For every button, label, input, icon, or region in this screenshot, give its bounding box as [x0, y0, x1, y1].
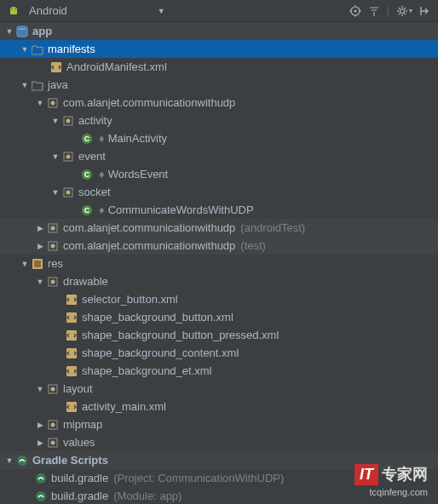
tree-node-communicate[interactable]: ♦ CommunicateWordsWithUDP [0, 201, 438, 219]
node-label: CommunicateWordsWithUDP [108, 203, 254, 216]
tree-node-gradle-scripts[interactable]: Gradle Scripts [0, 451, 438, 469]
node-label: com.alanjet.communicationwithudp [63, 96, 235, 109]
node-label: shape_background_button.xml [82, 311, 233, 324]
node-label: com.alanjet.communicationwithudp [63, 221, 235, 234]
package-icon [46, 239, 60, 253]
node-label: Gradle Scripts [32, 454, 108, 467]
expand-arrow[interactable] [34, 385, 46, 393]
tree-node-package-activity[interactable]: activity [0, 112, 438, 129]
tree-node-selector-button[interactable]: selector_button.xml [0, 290, 438, 308]
expand-arrow[interactable] [49, 188, 61, 197]
node-label: manifests [48, 43, 95, 55]
folder-icon [31, 78, 44, 92]
tree-node-layout[interactable]: layout [0, 380, 438, 398]
node-label: event [78, 150, 106, 163]
chevron-down-icon: ▼ [158, 7, 165, 15]
package-icon [46, 96, 60, 110]
settings-button[interactable]: ▾ [396, 5, 412, 17]
hide-button[interactable] [419, 5, 431, 17]
package-icon [46, 382, 60, 396]
node-label: MainActivity [108, 132, 167, 145]
xml-file-icon [65, 364, 78, 378]
node-suffix: (androidTest) [240, 221, 305, 234]
class-icon [80, 168, 94, 181]
package-icon [61, 150, 75, 163]
tree-node-shape-bg-button-pressed[interactable]: shape_background_button_pressed.xml [0, 326, 438, 344]
tree-node-shape-bg-et[interactable]: shape_background_et.xml [0, 362, 438, 380]
package-icon [46, 418, 60, 432]
xml-file-icon [65, 346, 78, 360]
xml-file-icon [49, 60, 63, 74]
node-label: shape_background_button_pressed.xml [82, 329, 279, 341]
gradle-icon [15, 454, 29, 467]
node-suffix: (test) [240, 239, 266, 252]
node-label: selector_button.xml [82, 293, 178, 306]
expand-arrow[interactable] [34, 224, 46, 232]
tree-node-build-gradle-project[interactable]: build.gradle (Project: CommunicationWith… [0, 469, 438, 487]
expand-arrow[interactable] [19, 45, 31, 54]
scroll-from-source-button[interactable] [349, 5, 361, 17]
tree-node-shape-bg-button[interactable]: shape_background_button.xml [0, 308, 438, 326]
xml-file-icon [65, 400, 78, 414]
tree-node-package-event[interactable]: event [0, 147, 438, 165]
package-icon [61, 186, 75, 199]
tree-node-package-androidtest[interactable]: com.alanjet.communicationwithudp (androi… [0, 219, 438, 237]
tree-node-words-event[interactable]: ♦ WordsEvent [0, 165, 438, 183]
node-label: shape_background_content.xml [82, 346, 239, 359]
collapse-all-button[interactable] [368, 5, 380, 17]
tree-node-values[interactable]: values [0, 433, 438, 451]
xml-file-icon [65, 329, 78, 342]
expand-arrow[interactable] [19, 260, 31, 268]
expand-arrow[interactable] [34, 242, 46, 250]
expand-arrow[interactable] [34, 99, 46, 107]
node-label: values [63, 436, 95, 449]
class-icon [80, 132, 94, 146]
tree-node-main-activity[interactable]: ♦ MainActivity [0, 129, 438, 147]
xml-file-icon [65, 311, 78, 324]
folder-icon [31, 43, 44, 56]
view-label: Android [29, 4, 67, 17]
node-label: build.gradle [51, 472, 108, 484]
node-label: java [48, 78, 68, 91]
tree-node-activity-main-xml[interactable]: activity_main.xml [0, 398, 438, 415]
node-suffix: (Module: app) [113, 490, 182, 502]
expand-arrow[interactable] [3, 27, 15, 36]
project-tree: app manifests AndroidManifest.xml java c… [0, 22, 438, 504]
expand-arrow[interactable] [49, 117, 61, 125]
tree-node-app[interactable]: app [0, 22, 438, 40]
class-icon [80, 203, 94, 217]
expand-arrow[interactable] [19, 81, 31, 89]
package-icon [46, 436, 60, 450]
node-label: activity [78, 114, 112, 127]
expand-arrow[interactable] [34, 421, 46, 429]
tree-node-package-test[interactable]: com.alanjet.communicationwithudp (test) [0, 237, 438, 255]
view-selector[interactable]: Android ▼ [7, 4, 349, 18]
node-label: res [48, 257, 63, 270]
tree-node-android-manifest[interactable]: AndroidManifest.xml [0, 58, 438, 76]
tree-node-mipmap[interactable]: mipmap [0, 415, 438, 433]
tree-node-package-main[interactable]: com.alanjet.communicationwithudp [0, 94, 438, 112]
tree-node-package-socket[interactable]: socket [0, 183, 438, 201]
node-label: socket [78, 186, 111, 198]
res-folder-icon [31, 257, 44, 271]
expand-arrow[interactable] [3, 456, 15, 465]
tree-node-shape-bg-content[interactable]: shape_background_content.xml [0, 344, 438, 362]
expand-arrow[interactable] [49, 152, 61, 161]
tree-node-build-gradle-module[interactable]: build.gradle (Module: app) [0, 487, 438, 504]
node-label: activity_main.xml [82, 400, 166, 413]
tree-node-java[interactable]: java [0, 76, 438, 94]
expand-arrow[interactable] [34, 278, 46, 286]
gradle-icon [34, 472, 48, 485]
expand-arrow[interactable] [34, 438, 46, 447]
node-label: build.gradle [51, 490, 108, 502]
android-icon [7, 4, 20, 18]
package-icon [61, 114, 75, 128]
node-label: app [32, 25, 52, 37]
toolbar: Android ▼ | ▾ [0, 0, 438, 22]
tree-node-drawable[interactable]: drawable [0, 272, 438, 290]
node-label: com.alanjet.communicationwithudp [63, 239, 235, 252]
tree-node-res[interactable]: res [0, 255, 438, 272]
gradle-icon [34, 490, 48, 503]
tree-node-manifests[interactable]: manifests [0, 40, 438, 58]
module-icon [15, 25, 29, 38]
